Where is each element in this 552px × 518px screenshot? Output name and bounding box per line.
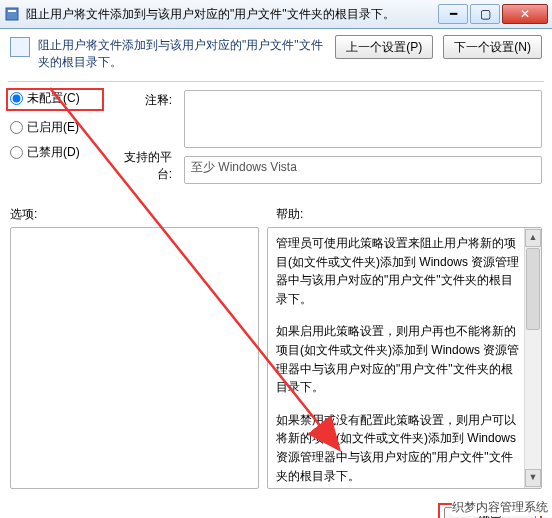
- radio-not-configured[interactable]: 未配置(C): [10, 90, 100, 107]
- scroll-thumb[interactable]: [526, 248, 540, 330]
- scroll-up-button[interactable]: ▲: [525, 229, 541, 247]
- svg-rect-1: [8, 10, 16, 12]
- comment-textarea[interactable]: [184, 90, 542, 148]
- next-setting-button[interactable]: 下一个设置(N): [443, 35, 542, 59]
- app-icon: [4, 6, 20, 22]
- policy-title: 阻止用户将文件添加到与该用户对应的"用户文件"文件夹的根目录下。: [38, 35, 327, 71]
- supported-platform-value: 至少 Windows Vista: [191, 160, 297, 174]
- help-pane: 管理员可使用此策略设置来阻止用户将新的项目(如文件或文件夹)添加到 Window…: [267, 227, 542, 489]
- radio-not-configured-label: 未配置(C): [27, 90, 80, 107]
- svg-rect-0: [6, 8, 18, 20]
- supported-platform-label: 支持的平台:: [112, 149, 172, 183]
- options-label: 选项:: [10, 206, 276, 223]
- window-title: 阻止用户将文件添加到与该用户对应的"用户文件"文件夹的根目录下。: [26, 6, 438, 23]
- radio-not-configured-input[interactable]: [10, 92, 23, 105]
- supported-platform-field: 至少 Windows Vista: [184, 156, 542, 184]
- scroll-track[interactable]: [526, 248, 540, 468]
- minimize-button[interactable]: ━: [438, 4, 468, 24]
- options-pane: [10, 227, 259, 489]
- radio-disabled[interactable]: 已禁用(D): [10, 144, 100, 161]
- policy-icon: [10, 37, 30, 57]
- help-scrollbar[interactable]: ▲ ▼: [524, 228, 541, 488]
- help-label: 帮助:: [276, 206, 542, 223]
- help-paragraph: 管理员可使用此策略设置来阻止用户将新的项目(如文件或文件夹)添加到 Window…: [276, 234, 523, 308]
- watermark-text: 织梦内容管理系统: [452, 499, 548, 516]
- radio-enabled-input[interactable]: [10, 121, 23, 134]
- previous-setting-button[interactable]: 上一个设置(P): [335, 35, 433, 59]
- radio-enabled[interactable]: 已启用(E): [10, 119, 100, 136]
- scroll-down-button[interactable]: ▼: [525, 469, 541, 487]
- help-paragraph: 如果启用此策略设置，则用户再也不能将新的项目(如文件或文件夹)添加到 Windo…: [276, 322, 523, 396]
- radio-disabled-label: 已禁用(D): [27, 144, 80, 161]
- radio-disabled-input[interactable]: [10, 146, 23, 159]
- close-button[interactable]: ✕: [502, 4, 548, 24]
- window-titlebar: 阻止用户将文件添加到与该用户对应的"用户文件"文件夹的根目录下。 ━ ▢ ✕: [0, 0, 552, 29]
- maximize-button[interactable]: ▢: [470, 4, 500, 24]
- help-paragraph: 如果禁用或没有配置此策略设置，则用户可以将新的项目(如文件或文件夹)添加到 Wi…: [276, 411, 523, 485]
- comment-label: 注释:: [112, 92, 172, 109]
- radio-enabled-label: 已启用(E): [27, 119, 79, 136]
- window-controls: ━ ▢ ✕: [438, 4, 548, 24]
